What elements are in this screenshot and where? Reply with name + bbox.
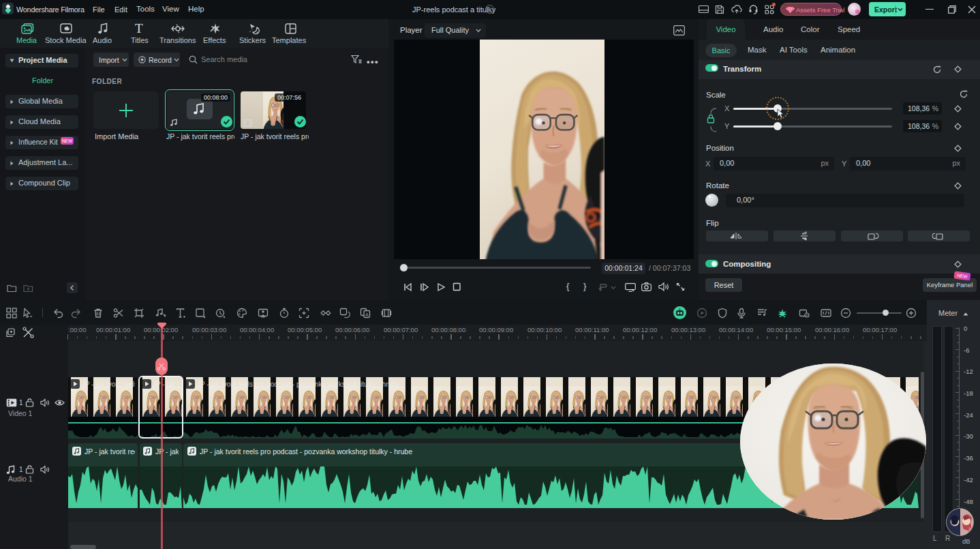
- svg-text:A: A: [365, 312, 369, 317]
